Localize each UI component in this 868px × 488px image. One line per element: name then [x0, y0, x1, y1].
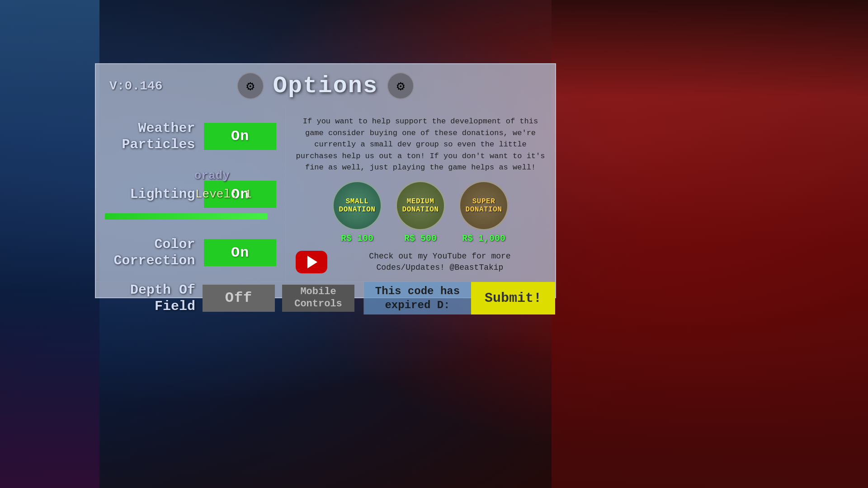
small-donation-price: R$ 100	[341, 233, 373, 244]
youtube-button[interactable]	[296, 251, 327, 273]
modal-footer: Depth Of Field Off Mobile Controls This …	[96, 282, 555, 314]
support-text: If you want to help support the developm…	[296, 116, 545, 174]
lighting-label: Lighting	[105, 186, 195, 202]
bg-right	[552, 0, 868, 488]
medium-donation-label: MEDIUMDONATION	[402, 197, 439, 214]
small-donation-circle[interactable]: SMALLDONATION	[332, 181, 382, 230]
weather-particles-label: Weather Particles	[105, 120, 195, 153]
options-modal: V:0.146 ⚙ Options ⚙ Weather Particles On…	[95, 63, 556, 298]
wrench-icon-left: ⚙	[237, 72, 264, 99]
medium-donation-circle[interactable]: MEDIUMDONATION	[396, 181, 445, 230]
bg-left	[0, 0, 99, 488]
code-expired-message: This code has expired D:	[364, 282, 471, 314]
modal-body: Weather Particles On Lighting On Level: …	[96, 108, 555, 282]
modal-header: V:0.146 ⚙ Options ⚙	[96, 64, 555, 108]
super-donation-circle[interactable]: SUPERDONATION	[459, 181, 509, 230]
youtube-play-icon	[307, 256, 317, 268]
small-donation-item: SMALLDONATION R$ 100	[332, 181, 382, 244]
left-panel: Weather Particles On Lighting On Level: …	[96, 108, 286, 282]
weather-particles-row: Weather Particles On	[96, 108, 285, 166]
super-donation-item: SUPERDONATION R$ 1,000	[459, 181, 509, 244]
donation-row: SMALLDONATION R$ 100 MEDIUMDONATION R$ 5…	[296, 181, 545, 244]
small-donation-label: SMALLDONATION	[339, 197, 376, 214]
youtube-text: Check out my YouTube for more Codes/Upda…	[335, 251, 545, 273]
modal-title: Options	[273, 73, 378, 99]
lighting-bar	[105, 213, 268, 220]
level-badge: Level: 1	[195, 188, 252, 201]
color-correction-label: Color Correction	[105, 236, 195, 269]
mobile-controls-button[interactable]: Mobile Controls	[282, 285, 354, 312]
medium-donation-item: MEDIUMDONATION R$ 500	[396, 181, 445, 244]
super-donation-label: SUPERDONATION	[466, 197, 502, 214]
lighting-row: Lighting On Level: 1	[96, 166, 285, 224]
depth-of-field-section: Depth Of Field Off Mobile Controls	[96, 282, 364, 314]
version-label: V:0.146	[109, 79, 163, 93]
depth-of-field-label: Depth Of Field	[105, 282, 195, 314]
youtube-row: Check out my YouTube for more Codes/Upda…	[296, 251, 545, 273]
submit-button[interactable]: Submit!	[471, 282, 555, 314]
weather-particles-toggle[interactable]: On	[204, 123, 276, 150]
medium-donation-price: R$ 500	[404, 233, 437, 244]
super-donation-price: R$ 1,000	[462, 233, 505, 244]
wrench-icon-right: ⚙	[387, 72, 414, 99]
depth-of-field-toggle[interactable]: Off	[203, 285, 275, 312]
color-correction-toggle[interactable]: On	[204, 239, 276, 266]
color-correction-row: Color Correction On	[96, 224, 285, 282]
right-panel: If you want to help support the developm…	[286, 108, 555, 282]
code-section: This code has expired D: Submit!	[364, 282, 555, 314]
